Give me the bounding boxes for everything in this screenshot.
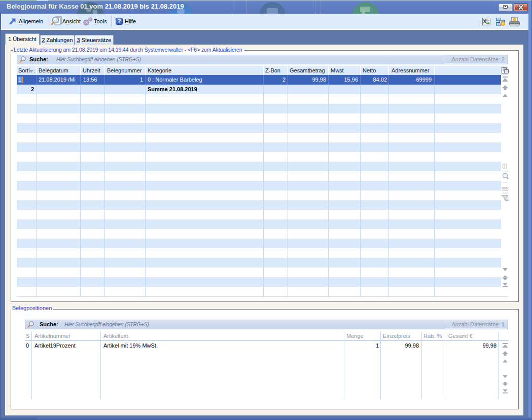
svg-text:XML: XML [502, 186, 509, 190]
svg-text:(|): (|) [502, 163, 507, 169]
svg-text:X: X [483, 19, 487, 24]
